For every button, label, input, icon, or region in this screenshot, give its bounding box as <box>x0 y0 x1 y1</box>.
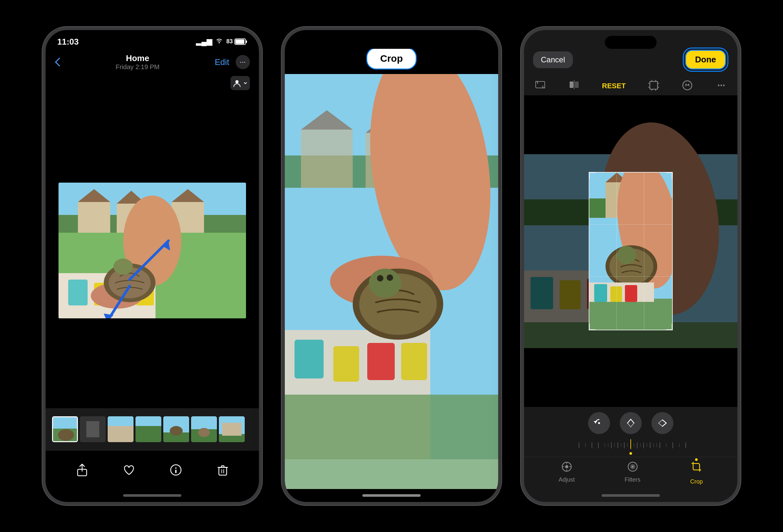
svg-rect-35 <box>135 416 161 426</box>
svg-point-28 <box>58 429 74 441</box>
svg-rect-78 <box>650 82 658 89</box>
markup-icon[interactable] <box>682 80 693 92</box>
svg-rect-106 <box>594 284 607 302</box>
dynamic-island-1 <box>126 36 178 49</box>
bottom-tabs: Adjust Filters Crop <box>524 457 738 489</box>
svg-rect-31 <box>86 421 99 437</box>
rotate-controls <box>524 407 738 439</box>
crop-badge[interactable]: Crop <box>366 48 417 69</box>
more-icon-edit[interactable] <box>715 80 727 92</box>
svg-rect-62 <box>294 340 323 378</box>
svg-point-47 <box>175 467 177 469</box>
flip-icon[interactable] <box>568 79 580 93</box>
active-dot <box>695 458 698 461</box>
thumbnail-1[interactable] <box>80 416 106 442</box>
svg-rect-88 <box>531 277 553 309</box>
adjust-label: Adjust <box>559 476 575 483</box>
delete-button[interactable] <box>216 464 229 476</box>
screen-3: Cancel Done RESET <box>524 30 738 502</box>
rotation-ruler[interactable] <box>524 439 738 457</box>
time-display: 11:03 <box>57 37 79 47</box>
crop-icon <box>691 461 702 475</box>
svg-point-3 <box>236 80 239 83</box>
crop-view[interactable] <box>524 95 738 407</box>
nav-bar-1: Home Friday 2:19 PM Edit ··· <box>45 51 259 73</box>
grid-v2 <box>644 173 644 330</box>
more-icon: ··· <box>240 58 246 66</box>
svg-point-22 <box>114 258 133 275</box>
svg-rect-76 <box>575 82 579 88</box>
thumbnail-5[interactable] <box>191 416 217 442</box>
thumbnail-4[interactable] <box>163 416 189 442</box>
reset-button[interactable]: RESET <box>602 82 626 90</box>
adjust-icon <box>561 461 572 475</box>
phone-1: 11:03 ▂▄▆ 83 Home Friday 2:19 PM <box>42 27 262 505</box>
svg-rect-29 <box>53 417 78 429</box>
people-button[interactable] <box>230 76 250 90</box>
tab-adjust[interactable]: Adjust <box>559 461 575 485</box>
grid-h1 <box>589 224 672 225</box>
flip-h-button[interactable] <box>651 412 674 434</box>
corner-tl[interactable] <box>589 172 595 179</box>
thumbnail-6[interactable] <box>219 416 245 442</box>
svg-rect-48 <box>175 470 177 473</box>
corner-br[interactable] <box>666 323 673 330</box>
status-icons: ▂▄▆ 83 <box>196 37 247 46</box>
svg-rect-40 <box>191 416 217 429</box>
back-button[interactable] <box>55 58 60 67</box>
more-button[interactable]: ··· <box>236 55 250 69</box>
corner-tr[interactable] <box>666 172 673 179</box>
crop-frame[interactable] <box>589 172 673 330</box>
share-button[interactable] <box>76 464 89 476</box>
nav-title-area: Home Friday 2:19 PM <box>116 53 160 71</box>
svg-rect-63 <box>333 346 359 382</box>
phone-2: Crop <box>282 27 501 505</box>
corner-bl[interactable] <box>589 323 595 330</box>
thumbnail-0[interactable] <box>52 416 78 442</box>
svg-rect-65 <box>401 343 427 380</box>
wifi-icon <box>215 37 223 46</box>
crop-tab-container <box>691 461 702 475</box>
phone-3: Cancel Done RESET <box>521 27 741 505</box>
info-button[interactable] <box>169 464 182 476</box>
svg-point-70 <box>369 269 401 298</box>
svg-rect-49 <box>219 467 227 475</box>
full-photo[interactable] <box>285 74 498 489</box>
tab-filters[interactable]: Filters <box>625 461 640 485</box>
edit-toolbar: RESET <box>524 76 738 95</box>
grid-v1 <box>617 173 617 330</box>
main-photo[interactable] <box>59 183 246 318</box>
svg-point-82 <box>718 84 719 86</box>
svg-rect-33 <box>108 416 133 426</box>
rotate-ccw-button[interactable] <box>588 412 610 434</box>
dynamic-island-2 <box>366 36 417 49</box>
battery-display: 83 <box>226 38 247 45</box>
edit-button[interactable]: Edit <box>215 57 229 67</box>
photo-viewer[interactable] <box>45 93 259 408</box>
aspect-icon[interactable] <box>534 79 546 93</box>
svg-rect-14 <box>68 280 88 306</box>
heart-button[interactable] <box>123 464 135 476</box>
svg-point-41 <box>198 428 210 437</box>
crop-frame-icon[interactable] <box>648 80 659 92</box>
screen-1: 11:03 ▂▄▆ 83 Home Friday 2:19 PM <box>45 30 259 502</box>
cancel-button[interactable]: Cancel <box>533 52 573 68</box>
svg-rect-6 <box>78 202 110 234</box>
svg-point-38 <box>170 426 183 436</box>
tab-crop[interactable]: Crop <box>690 461 703 485</box>
done-button[interactable]: Done <box>685 50 726 69</box>
svg-rect-89 <box>560 280 581 309</box>
flip-v-button[interactable] <box>620 412 642 434</box>
screen-2: Crop <box>285 30 498 502</box>
svg-rect-104 <box>589 299 673 330</box>
thumbnail-2[interactable] <box>108 416 133 442</box>
svg-point-139 <box>565 465 568 468</box>
filters-icon <box>627 461 638 475</box>
people-area <box>45 73 259 93</box>
thumbnail-3[interactable] <box>135 416 161 442</box>
done-button-wrapper: Done <box>683 48 728 72</box>
svg-point-146 <box>632 466 634 468</box>
svg-point-103 <box>617 246 636 264</box>
thumbnail-strip[interactable] <box>45 408 259 450</box>
grid-h2 <box>589 276 672 277</box>
